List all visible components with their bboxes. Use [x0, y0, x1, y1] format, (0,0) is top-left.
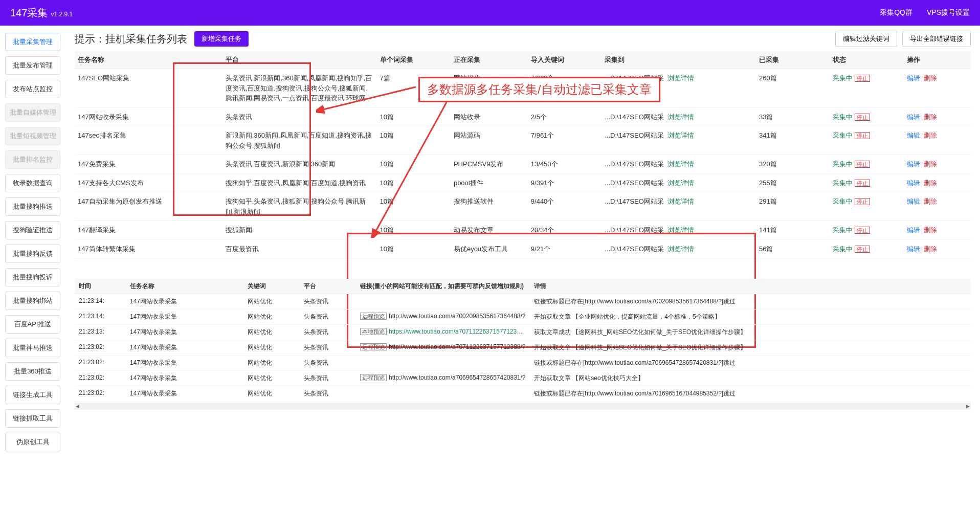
stop-button[interactable]: 停止	[855, 198, 870, 205]
stop-button[interactable]: 停止	[855, 75, 870, 82]
delete-link[interactable]: 删除	[924, 113, 937, 121]
sidebar-item-1[interactable]: 批量发布管理	[5, 56, 60, 75]
browse-link[interactable]: 浏览详情	[667, 113, 694, 121]
task-collecting: 网站优化	[451, 69, 528, 108]
task-actions: 编辑|删除	[904, 221, 971, 240]
delete-link[interactable]: 删除	[924, 160, 937, 168]
task-platform: 百度最资讯	[222, 239, 377, 258]
sidebar-item-12[interactable]: 百度API推送	[5, 315, 60, 334]
top-bar: 147采集 v1.2.9.1 采集QQ群 VPS拨号设置	[0, 0, 980, 26]
task-collected: 291篇	[756, 192, 830, 221]
log-row: 21:23:14:147网站收录采集网站优化头条资讯链接或标题已存在[http:…	[75, 294, 971, 310]
task-collecting: 网站源码	[451, 126, 528, 155]
remote-preview-tag[interactable]: 远程预览	[360, 343, 387, 350]
browse-link[interactable]: 浏览详情	[667, 197, 694, 205]
log-link	[356, 294, 530, 310]
task-row: 147SEO网站采集头条资讯,新浪新闻,360新闻,凤凰新闻,搜狗知乎,百度资讯…	[75, 69, 971, 108]
sidebar-item-7[interactable]: 批量搜狗推送	[5, 197, 60, 216]
stop-button[interactable]: 停止	[855, 246, 870, 253]
sidebar-item-2[interactable]: 发布站点监控	[5, 80, 60, 98]
stop-button[interactable]: 停止	[855, 180, 870, 187]
edit-filter-button[interactable]: 编辑过滤关键词	[835, 31, 897, 47]
task-dest: ...D:\147SEO网站采 浏览详情	[602, 69, 756, 108]
task-row: 147简体转繁体采集百度最资讯10篇易优eyou发布工具9/21个...D:\1…	[75, 239, 971, 258]
sidebar-item-15[interactable]: 链接生成工具	[5, 386, 60, 404]
edit-link[interactable]: 编辑	[907, 197, 920, 205]
task-header: 已采集	[756, 51, 830, 69]
task-actions: 编辑|删除	[904, 69, 971, 108]
browse-link[interactable]: 浏览详情	[667, 226, 694, 234]
edit-link[interactable]: 编辑	[907, 226, 920, 234]
task-dest: ...D:\147SEO网站采 浏览详情	[602, 173, 756, 192]
task-actions: 编辑|删除	[904, 107, 971, 126]
scroll-left-icon[interactable]: ◀	[76, 404, 79, 409]
edit-link[interactable]: 编辑	[907, 131, 920, 139]
sidebar-item-8[interactable]: 搜狗验证推送	[5, 221, 60, 239]
edit-link[interactable]: 编辑	[907, 113, 920, 121]
sidebar-item-13[interactable]: 批量神马推送	[5, 339, 60, 357]
sidebar-item-4: 批量短视频管理	[5, 127, 60, 145]
sidebar-item-10[interactable]: 批量搜狗投诉	[5, 268, 60, 286]
edit-link[interactable]: 编辑	[907, 74, 920, 82]
top-links: 采集QQ群 VPS拨号设置	[880, 8, 970, 17]
scroll-right-icon[interactable]: ▶	[966, 404, 970, 409]
log-task: 147网站收录采集	[126, 386, 243, 402]
sidebar-item-14[interactable]: 批量360推送	[5, 362, 60, 381]
browse-link[interactable]: 浏览详情	[667, 245, 694, 253]
sidebar-item-9[interactable]: 批量搜狗反馈	[5, 245, 60, 263]
task-name: 147SEO网站采集	[75, 69, 222, 108]
task-status: 采集中停止	[830, 221, 903, 240]
sidebar-item-16[interactable]: 链接抓取工具	[5, 409, 60, 428]
edit-link[interactable]: 编辑	[907, 179, 920, 187]
task-platform: 新浪新闻,360新闻,凤凰新闻,百度知道,搜狗资讯,搜狗公众号,搜狐新闻	[222, 126, 377, 155]
task-platform: 搜狐新闻	[222, 221, 377, 240]
page-title: 提示：挂机采集任务列表	[75, 32, 187, 46]
task-actions: 编辑|删除	[904, 126, 971, 155]
delete-link[interactable]: 删除	[924, 74, 937, 82]
task-dest: ...D:\147SEO网站采 浏览详情	[602, 239, 756, 258]
delete-link[interactable]: 删除	[924, 226, 937, 234]
edit-link[interactable]: 编辑	[907, 160, 920, 168]
stop-button[interactable]: 停止	[855, 227, 870, 234]
log-platform: 头条资讯	[300, 371, 356, 386]
delete-link[interactable]: 删除	[924, 179, 937, 187]
remote-preview-tag[interactable]: 远程预览	[360, 374, 387, 381]
log-detail: 链接或标题已存在[http://www.toutiao.com/a7002098…	[530, 294, 971, 310]
link-qq-group[interactable]: 采集QQ群	[880, 8, 912, 17]
log-link: 本地预览https://www.toutiao.com/a70711226371…	[356, 325, 530, 340]
link-vps-dial[interactable]: VPS拨号设置	[927, 8, 970, 17]
task-collected: 341篇	[756, 126, 830, 155]
delete-link[interactable]: 删除	[924, 197, 937, 205]
browse-link[interactable]: 浏览详情	[667, 160, 694, 168]
log-link: 远程预览http://www.toutiao.com/a707112263715…	[356, 340, 530, 356]
export-errors-button[interactable]: 导出全部错误链接	[902, 31, 971, 47]
stop-button[interactable]: 停止	[855, 132, 870, 139]
log-header: 链接(量小的网站可能没有匹配，如需要可群内反馈增加规则)	[356, 279, 530, 294]
browse-link[interactable]: 浏览详情	[667, 74, 694, 82]
edit-link[interactable]: 编辑	[907, 245, 920, 253]
stop-button[interactable]: 停止	[855, 114, 870, 121]
local-preview-tag[interactable]: 本地预览	[360, 328, 387, 335]
sidebar-item-6[interactable]: 收录数据查询	[5, 174, 60, 192]
task-status: 采集中停止	[830, 192, 903, 221]
log-platform: 头条资讯	[300, 386, 356, 402]
delete-link[interactable]: 删除	[924, 245, 937, 253]
remote-preview-tag[interactable]: 远程预览	[360, 313, 387, 320]
sidebar-item-17[interactable]: 伪原创工具	[5, 433, 60, 451]
log-task: 147网站收录采集	[126, 325, 243, 340]
log-keyword: 网站优化	[243, 340, 300, 356]
sidebar-item-11[interactable]: 批量搜狗绑站	[5, 292, 60, 310]
log-task: 147网站收录采集	[126, 340, 243, 356]
new-task-button[interactable]: 新增采集任务	[194, 31, 249, 47]
task-platform: 头条资讯,百度资讯,新浪新闻,360新闻	[222, 155, 377, 174]
log-time: 21:23:02:	[75, 371, 126, 386]
task-platform: 搜狗知乎,百度资讯,凤凰新闻,百度知道,搜狗资讯	[222, 173, 377, 192]
delete-link[interactable]: 删除	[924, 131, 937, 139]
horizontal-scrollbar[interactable]: ◀ ▶	[75, 403, 971, 410]
log-platform: 头条资讯	[300, 310, 356, 325]
browse-link[interactable]: 浏览详情	[667, 179, 694, 187]
sidebar-item-0[interactable]: 批量采集管理	[5, 33, 60, 51]
browse-link[interactable]: 浏览详情	[667, 131, 694, 139]
stop-button[interactable]: 停止	[855, 161, 870, 168]
log-keyword: 网站优化	[243, 325, 300, 340]
